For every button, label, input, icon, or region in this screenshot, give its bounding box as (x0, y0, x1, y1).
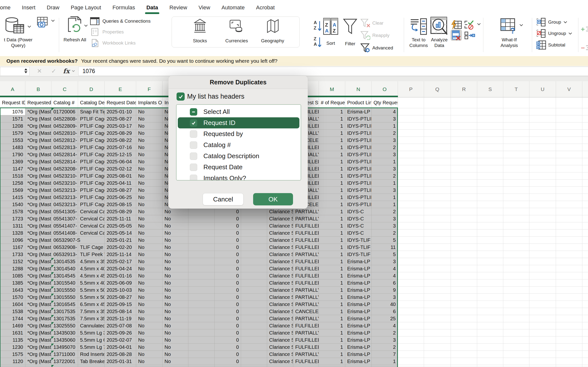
cell[interactable] (477, 187, 503, 194)
header-cell[interactable] (556, 97, 582, 108)
cell[interactable]: 1 (319, 344, 345, 351)
cell[interactable] (503, 301, 529, 308)
cell[interactable] (398, 287, 424, 294)
cell[interactable] (529, 229, 556, 237)
cell[interactable] (503, 265, 529, 272)
cell[interactable]: *Org (Maste (25, 272, 51, 279)
cell[interactable]: 3 (372, 187, 398, 194)
cell[interactable]: 1483 (0, 144, 25, 151)
cell[interactable]: 13435060 (51, 336, 78, 344)
cell[interactable] (556, 344, 582, 351)
cell[interactable]: PARTIALLY_ (293, 294, 319, 301)
cell[interactable] (582, 158, 588, 165)
cell[interactable]: Clariance S (267, 308, 293, 315)
formula-input[interactable]: 1076 (78, 67, 588, 76)
cell[interactable] (477, 265, 503, 272)
cell[interactable]: 1 (319, 322, 345, 329)
cell[interactable]: 05541305- (51, 208, 78, 215)
cell[interactable]: No (136, 187, 163, 194)
cell[interactable] (556, 137, 582, 144)
cell[interactable] (451, 294, 477, 301)
cell[interactable]: Erisma-LP N (345, 294, 372, 301)
cell[interactable]: No (163, 294, 188, 301)
cell[interactable]: 1553 (0, 137, 25, 144)
cell[interactable]: 1604 (0, 301, 25, 308)
header-cell[interactable] (503, 97, 529, 108)
cell[interactable]: 0 (215, 272, 241, 279)
cell[interactable]: 5.5mm Lg 6 (78, 336, 105, 344)
cell[interactable] (556, 215, 582, 222)
cell[interactable] (582, 122, 588, 130)
properties-button[interactable]: Properties (90, 28, 124, 36)
cell[interactable]: 25 (372, 315, 398, 322)
cell[interactable]: 1 (319, 229, 345, 237)
cell[interactable] (477, 322, 503, 329)
cell[interactable]: 3 (372, 115, 398, 122)
cell[interactable] (503, 258, 529, 265)
stocks-button[interactable]: Stocks (186, 17, 213, 47)
cell[interactable]: 1147 (0, 165, 25, 172)
cell[interactable] (398, 115, 424, 122)
cell[interactable] (424, 201, 451, 208)
cell[interactable]: 1 (319, 122, 345, 130)
cell[interactable] (503, 287, 529, 294)
cell[interactable] (582, 229, 588, 237)
cell[interactable]: *Org (Maste (25, 144, 51, 151)
cell[interactable]: 13711000 (51, 351, 78, 358)
cell[interactable] (503, 172, 529, 180)
cell[interactable]: IDYS-PTLIF (345, 115, 372, 122)
cell[interactable]: 2025-08-15 (105, 201, 136, 208)
cell[interactable]: 01720006 (51, 108, 78, 115)
cell[interactable] (529, 358, 556, 365)
cell[interactable] (582, 322, 588, 329)
cell[interactable] (556, 365, 582, 367)
cell[interactable] (503, 151, 529, 158)
cell[interactable]: 0 (215, 308, 241, 315)
cell[interactable] (556, 358, 582, 365)
cell[interactable]: Clariance S (267, 251, 293, 258)
cell[interactable]: 1538 (0, 308, 25, 315)
cell[interactable]: 1 (319, 215, 345, 222)
cell[interactable] (188, 315, 215, 322)
cell[interactable]: Tab Breaker (78, 358, 105, 365)
cell[interactable]: 1469 (0, 322, 25, 329)
cell[interactable]: 06532913- (51, 251, 78, 258)
cell[interactable]: Clariance S (267, 351, 293, 358)
cell[interactable]: 1570 (0, 294, 25, 301)
cell[interactable]: PARTIALLY_ (293, 215, 319, 222)
cell[interactable] (188, 272, 215, 279)
cell[interactable]: Erisma-LP N (345, 308, 372, 315)
cell[interactable]: Erisma-LP N (345, 351, 372, 358)
cell[interactable] (424, 315, 451, 322)
cell[interactable]: 3 (372, 165, 398, 172)
cell[interactable] (398, 122, 424, 130)
cell[interactable]: 1 (319, 294, 345, 301)
cell[interactable]: *Org (Maste (25, 215, 51, 222)
cell[interactable] (451, 301, 477, 308)
cell[interactable] (188, 308, 215, 315)
cell[interactable]: IDYS-PTLIF (345, 201, 372, 208)
cell[interactable]: Clariance S (267, 287, 293, 294)
cell[interactable] (582, 208, 588, 215)
cell[interactable]: 1 (319, 358, 345, 365)
subtotal-button[interactable]: Subtotal (536, 40, 565, 50)
group-button[interactable]: Group (536, 18, 567, 27)
cell[interactable] (556, 222, 582, 229)
cell[interactable]: 2025-01-21 (105, 237, 136, 244)
cell[interactable]: No (136, 222, 163, 229)
cell[interactable]: 1076 (0, 108, 25, 115)
cell[interactable]: IDYS-TLIF (345, 244, 372, 251)
cell[interactable] (451, 187, 477, 194)
cell[interactable]: No (136, 329, 163, 336)
cell[interactable] (188, 344, 215, 351)
cell[interactable]: *Org (Maste (25, 208, 51, 215)
cell[interactable] (556, 315, 582, 322)
cell[interactable]: TLIF Cage L (78, 244, 105, 251)
cell[interactable] (188, 251, 215, 258)
cell[interactable]: 7.5mm x 35 (78, 315, 105, 322)
cell[interactable]: 2025-09-15 (105, 301, 136, 308)
cell[interactable]: 2025-04-01 (105, 344, 136, 351)
cell[interactable]: 1723 (0, 215, 25, 222)
cell[interactable] (477, 365, 503, 367)
cell[interactable] (451, 322, 477, 329)
